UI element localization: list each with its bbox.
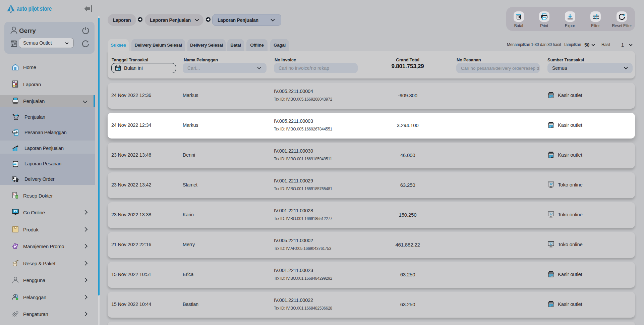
- svg-text:ORDER: ORDER: [13, 163, 17, 164]
- svg-text:ORDER: ORDER: [13, 131, 18, 133]
